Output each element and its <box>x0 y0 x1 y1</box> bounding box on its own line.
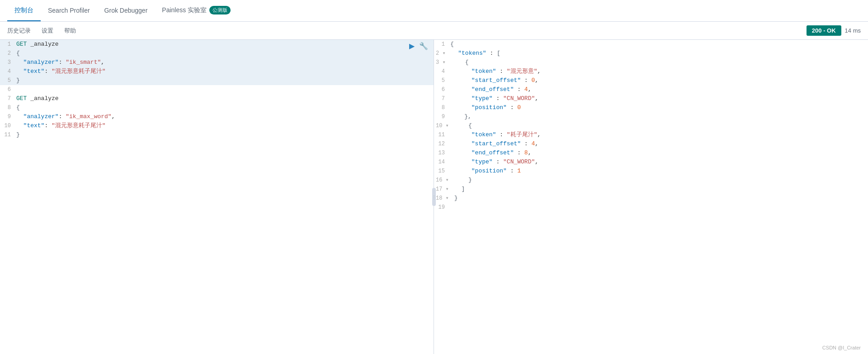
output-line-12: 12 "start_offset" : 4, <box>434 139 868 148</box>
line-number: 4 <box>0 67 16 76</box>
status-area: 200 - OK 14 ms <box>807 25 861 36</box>
output-line-1: 1{ <box>434 40 868 49</box>
line-number: 9 <box>0 112 16 121</box>
line-content: "text": "混元形意耗子尾汁" <box>16 121 434 130</box>
output-line-16: 16 ▾ } <box>434 176 868 185</box>
output-line-content: { <box>450 40 868 49</box>
line-content: { <box>16 49 434 58</box>
output-line-number: 10 ▾ <box>434 121 454 130</box>
editor-line-7[interactable]: 7GET _analyze <box>0 94 434 103</box>
editor-line-6[interactable]: 6 <box>0 85 434 94</box>
editor-line-4[interactable]: 4 "text": "混元形意耗子尾汁" <box>0 67 434 76</box>
output-line-number: 9 <box>434 112 450 121</box>
output-line-number: 4 <box>434 67 450 76</box>
line-content: "analyzer": "ik_smart", <box>16 58 434 67</box>
output-line-number: 18 ▾ <box>434 194 454 203</box>
pane-divider[interactable]: ⋮ <box>432 188 436 206</box>
output-line-9: 9 }, <box>434 112 868 121</box>
status-time: 14 ms <box>845 27 861 34</box>
editor-line-10[interactable]: 10 "text": "混元形意耗子尾汁" <box>0 121 434 130</box>
line-number: 10 <box>0 121 16 130</box>
status-badge: 200 - OK <box>807 25 841 36</box>
editor-line-11[interactable]: 11} <box>0 130 434 139</box>
line-content: } <box>16 76 434 85</box>
output-line-number: 1 <box>434 40 450 49</box>
tab-painless-lab-label: Painless 实验室 <box>162 6 207 14</box>
output-line-number: 13 <box>434 148 450 158</box>
tab-grok-debugger[interactable]: Grok Debugger <box>97 0 155 21</box>
line-number: 11 <box>0 130 16 139</box>
run-button[interactable]: ▶ <box>409 42 415 50</box>
output-line-number: 19 <box>434 203 450 212</box>
output-line-14: 14 "type" : "CN_WORD", <box>434 158 868 167</box>
output-line-2: 2 ▾ "tokens" : [ <box>434 49 868 58</box>
output-line-3: 3 ▾ { <box>434 58 868 67</box>
line-number: 2 <box>0 49 16 58</box>
output-line-content: }, <box>450 112 868 121</box>
history-button[interactable]: 历史记录 <box>7 27 31 35</box>
output-line-number: 7 <box>434 94 450 103</box>
wrench-button[interactable]: 🔧 <box>419 42 428 50</box>
tab-grok-debugger-label: Grok Debugger <box>104 7 148 14</box>
output-line-13: 13 "end_offset" : 8, <box>434 148 868 158</box>
output-line-content: "start_offset" : 4, <box>450 139 868 148</box>
output-line-17: 17 ▾ ] <box>434 185 868 194</box>
output-line-content: "token" : "耗子尾汁", <box>450 130 868 139</box>
output-line-number: 3 ▾ <box>434 58 451 67</box>
tab-console[interactable]: 控制台 <box>7 0 41 21</box>
output-line-number: 15 <box>434 167 450 176</box>
output-line-7: 7 "type" : "CN_WORD", <box>434 94 868 103</box>
line-number: 6 <box>0 85 16 94</box>
output-line-number: 14 <box>434 158 450 167</box>
output-line-content: { <box>454 121 868 130</box>
output-line-number: 16 ▾ <box>434 176 454 185</box>
output-line-content: "end_offset" : 8, <box>450 148 868 158</box>
editor-line-3[interactable]: 3 "analyzer": "ik_smart", <box>0 58 434 67</box>
editor-line-9[interactable]: 9 "analyzer": "ik_max_word", <box>0 112 434 121</box>
top-navigation: 控制台 Search Profiler Grok Debugger Painle… <box>0 0 868 22</box>
tab-painless-lab[interactable]: Painless 实验室 公测版 <box>155 0 238 21</box>
output-line-content: "position" : 0 <box>450 103 868 112</box>
line-content: "analyzer": "ik_max_word", <box>16 112 434 121</box>
output-line-content: { <box>451 58 868 67</box>
editor-line-2[interactable]: 2{ <box>0 49 434 58</box>
line-number: 5 <box>0 76 16 85</box>
tab-console-label: 控制台 <box>14 6 33 14</box>
main-area: ▶ 🔧 1GET _analyze2{3 "analyzer": "ik_sma… <box>0 40 868 354</box>
output-line-number: 8 <box>434 103 450 112</box>
output-line-content: ] <box>454 185 868 194</box>
output-line-content: "end_offset" : 4, <box>450 85 868 94</box>
line-number: 1 <box>0 40 16 49</box>
output-line-number: 17 ▾ <box>434 185 454 194</box>
output-line-18: 18 ▾} <box>434 194 868 203</box>
output-pane: 1{2 ▾ "tokens" : [3 ▾ {4 "token" : "混元形意… <box>434 40 868 354</box>
tab-search-profiler[interactable]: Search Profiler <box>41 0 97 21</box>
output-line-number: 12 <box>434 139 450 148</box>
beta-badge: 公测版 <box>209 6 231 14</box>
output-line-number: 5 <box>434 76 450 85</box>
output-line-number: 2 ▾ <box>434 49 451 58</box>
output-line-content: "position" : 1 <box>450 167 868 176</box>
settings-button[interactable]: 设置 <box>42 27 53 35</box>
code-editor[interactable]: 1GET _analyze2{3 "analyzer": "ik_smart",… <box>0 40 434 354</box>
output-line-6: 6 "end_offset" : 4, <box>434 85 868 94</box>
output-line-19: 19 <box>434 203 868 212</box>
line-number: 8 <box>0 103 16 112</box>
output-line-5: 5 "start_offset" : 0, <box>434 76 868 85</box>
output-line-11: 11 "token" : "耗子尾汁", <box>434 130 868 139</box>
line-content: { <box>16 103 434 112</box>
line-number: 7 <box>0 94 16 103</box>
editor-pane: ▶ 🔧 1GET _analyze2{3 "analyzer": "ik_sma… <box>0 40 434 354</box>
editor-line-1[interactable]: 1GET _analyze <box>0 40 434 49</box>
watermark: CSDN @I_Crater <box>822 345 861 350</box>
output-line-content: } <box>454 176 868 185</box>
editor-line-5[interactable]: 5} <box>0 76 434 85</box>
output-line-number: 6 <box>434 85 450 94</box>
line-content: GET _analyze <box>16 94 434 103</box>
editor-toolbar: ▶ 🔧 <box>409 42 428 50</box>
help-button[interactable]: 帮助 <box>64 27 76 35</box>
editor-line-8[interactable]: 8{ <box>0 103 434 112</box>
output-editor: 1{2 ▾ "tokens" : [3 ▾ {4 "token" : "混元形意… <box>434 40 868 354</box>
output-line-content: "type" : "CN_WORD", <box>450 94 868 103</box>
output-line-number: 11 <box>434 130 450 139</box>
